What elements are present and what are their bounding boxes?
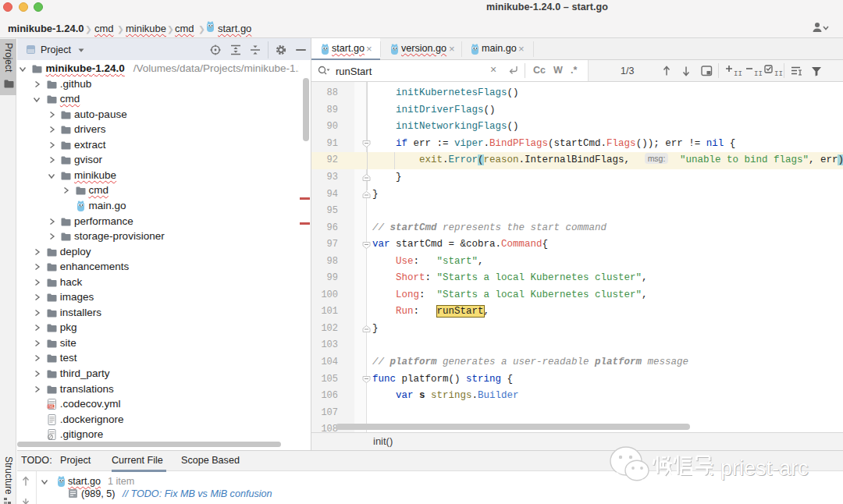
svg-text:II: II (774, 70, 783, 76)
svg-text:II: II (734, 70, 742, 76)
svg-text:II: II (754, 70, 763, 76)
svg-text:YML: YML (47, 405, 55, 409)
